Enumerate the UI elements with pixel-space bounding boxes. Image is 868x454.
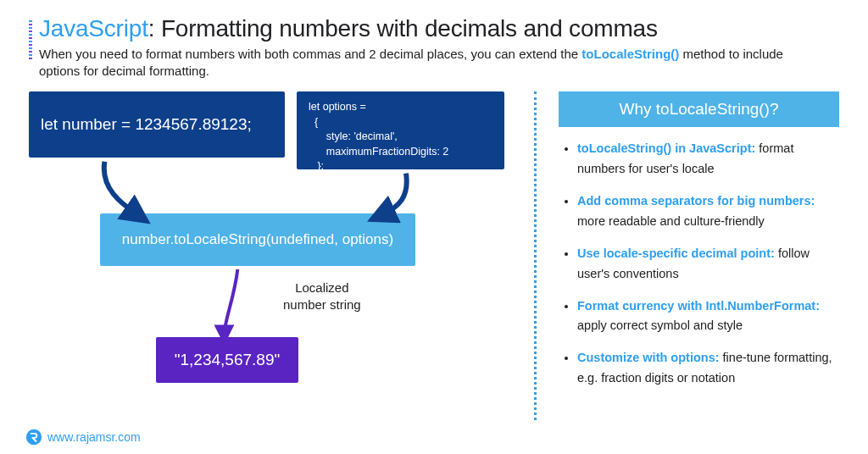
- logo-icon: [25, 429, 42, 446]
- label-localized: Localized number string: [283, 280, 361, 313]
- why-panel: Why toLocaleString()? toLocaleString() i…: [534, 91, 839, 420]
- code-result: "1,234,567.89": [175, 351, 280, 369]
- title-text: : Formatting numbers with decimals and c…: [148, 15, 658, 42]
- item-lead: Add comma separators for big numbers:: [577, 194, 815, 208]
- item-lead: toLocaleString() in JavaScript:: [577, 141, 755, 155]
- item-lead: Use locale-specific decimal point:: [577, 246, 775, 260]
- list-item: toLocaleString() in JavaScript: format n…: [577, 139, 839, 180]
- panel-heading: Why toLocaleString()?: [559, 91, 839, 127]
- footer: www.rajamsr.com: [25, 429, 141, 446]
- code-options: let options = { style: 'decimal', maximu…: [309, 101, 448, 172]
- item-lead: Format currency with Intl.NumberFormat:: [577, 299, 820, 313]
- list-item: Format currency with Intl.NumberFormat: …: [577, 296, 839, 337]
- subtitle: When you need to format numbers with bot…: [39, 46, 827, 80]
- item-rest: more readable and culture-friendly: [577, 214, 765, 228]
- code-box-number: let number = 1234567.89123;: [29, 91, 285, 158]
- title-lang: JavaScript: [39, 15, 148, 42]
- code-box-call: number.toLocaleString(undefined, options…: [100, 213, 415, 266]
- list-item: Add comma separators for big numbers: mo…: [577, 191, 839, 232]
- page-title: JavaScript: Formatting numbers with deci…: [39, 15, 839, 42]
- diagram-area: let number = 1234567.89123; let options …: [29, 91, 534, 420]
- subtitle-link: toLocaleString(): [581, 47, 679, 61]
- subtitle-pre: When you need to format numbers with bot…: [39, 47, 581, 61]
- panel-list: toLocaleString() in JavaScript: format n…: [559, 139, 839, 389]
- code-number: let number = 1234567.89123;: [41, 115, 252, 134]
- label-localized-text: Localized number string: [283, 280, 361, 312]
- footer-url[interactable]: www.rajamsr.com: [47, 430, 141, 444]
- code-box-result: "1,234,567.89": [156, 337, 298, 383]
- item-rest: apply correct symbol and style: [577, 318, 743, 332]
- main: let number = 1234567.89123; let options …: [29, 91, 839, 420]
- item-lead: Customize with options:: [577, 351, 720, 364]
- code-call: number.toLocaleString(undefined, options…: [122, 231, 393, 248]
- list-item: Use locale-specific decimal point: follo…: [577, 244, 839, 285]
- list-item: Customize with options: fine-tune format…: [577, 348, 839, 389]
- code-box-options: let options = { style: 'decimal', maximu…: [297, 91, 504, 169]
- header: JavaScript: Formatting numbers with deci…: [0, 0, 868, 86]
